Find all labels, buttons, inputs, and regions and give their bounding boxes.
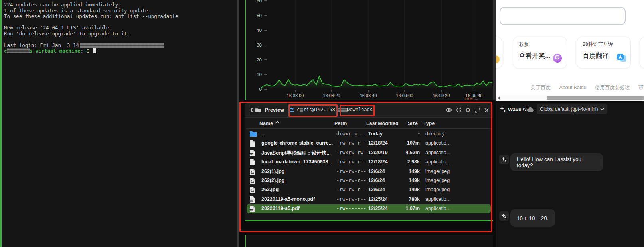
model-selector-value: Global default (gpt-4o-mini) — [540, 106, 598, 112]
expand-button[interactable] — [474, 106, 481, 114]
model-selector-dropdown[interactable]: Global default (gpt-4o-mini) — [537, 104, 607, 114]
file-size: 149k — [398, 178, 420, 183]
file-type: applicatio... — [425, 159, 450, 165]
bottom-block-edge — [245, 235, 493, 247]
y-tick-label: 10 — [257, 72, 262, 77]
baidu-card-partial-right[interactable] — [640, 37, 644, 69]
file-row[interactable]: PDF20220119-a5-mono.pdf-rw-rw-r--12/25/2… — [247, 195, 491, 204]
close-button[interactable] — [483, 106, 490, 114]
baidu-card-lottery[interactable]: 彩票 查看开奖... — [513, 37, 567, 69]
svg-text:PDF: PDF — [250, 209, 254, 211]
file-type: applicatio... — [425, 140, 450, 146]
file-perm: drwxr-x--- — [336, 131, 366, 137]
preview-title[interactable]: Preview — [265, 107, 284, 113]
file-perm: -rw-rw-r-- — [336, 159, 366, 165]
footer-link[interactable]: 使用百度前必读 — [595, 85, 630, 90]
redaction-blur — [7, 48, 30, 53]
redaction-blur — [300, 108, 303, 112]
terminal-block[interactable]: 224 updates can be applied immediately. … — [0, 0, 239, 247]
baidu-search-input[interactable] — [500, 7, 626, 25]
footer-link[interactable]: 帮助中心 — [638, 85, 644, 90]
scroll-left-arrow-icon[interactable] — [498, 96, 500, 100]
file-type: image/jpeg — [425, 187, 450, 192]
yellow-circle-icon — [496, 55, 500, 63]
terminal-line: Run 'do-release-upgrade' to upgrade to i… — [4, 31, 242, 37]
refresh-button[interactable] — [455, 106, 462, 114]
sync-connection-icon[interactable] — [288, 106, 295, 114]
terminal-last-login-line: Last login: Fri Jan 3 14 — [4, 43, 242, 49]
file-row[interactable]: local_markdown_173450638...-rw-rw-r--12/… — [247, 158, 491, 167]
terminal-line: 224 updates can be applied immediately. — [4, 2, 242, 8]
file-size: 4.62m — [398, 150, 420, 155]
footer-link[interactable]: About Baidu — [559, 85, 586, 90]
terminal-line: 1 of these updates is a standard securit… — [4, 8, 242, 14]
file-size: 788k — [398, 196, 420, 202]
file-perm: -rw------- — [336, 206, 366, 211]
chart-scrollbar[interactable] — [493, 0, 496, 100]
pdf-file-icon: PDF — [250, 150, 257, 156]
column-header-name[interactable]: Name — [259, 121, 279, 126]
terminal-cursor — [93, 48, 96, 53]
x-tick-label: 16:08:20 — [323, 93, 340, 98]
file-modified: 12/6/24 — [368, 169, 385, 174]
divider — [246, 128, 491, 129]
scrollbar-thumb[interactable] — [547, 96, 644, 100]
file-type: applicatio... — [425, 150, 450, 155]
baidu-card-partial-left[interactable] — [496, 37, 502, 69]
file-name: local_markdown_173450638... — [261, 159, 332, 165]
doc-file-icon — [250, 159, 257, 165]
file-name: .. — [261, 131, 264, 137]
card-title: 28种语言互译 — [583, 41, 613, 48]
file-type: image/jpeg — [425, 169, 450, 174]
file-perm: -rw-rw-r-- — [336, 140, 366, 146]
pdf-file-icon: PDF — [250, 196, 257, 203]
x-axis-label: time → — [464, 96, 478, 100]
file-row[interactable]: 262(1).jpg-rw-rw-r--12/6/24149kimage/jpe… — [247, 167, 491, 176]
file-perm: -rw-rw-r-- — [336, 169, 366, 174]
file-modified: 12/6/24 — [368, 178, 385, 183]
file-name: JavaScript异步编程：设计快... — [261, 150, 331, 157]
file-row[interactable]: 262.jpg-rw-rw-r--12/6/24149kimage/jpeg — [247, 186, 491, 194]
file-row[interactable]: ..drwxr-x---Today-directory — [247, 130, 491, 139]
file-type: applicatio... — [425, 206, 450, 211]
file-row[interactable]: google-chrome-stable_curre...-rw-rw-r--1… — [247, 139, 491, 148]
file-row[interactable]: 262(2).jpg-rw-rw-r--12/6/24149kimage/jpe… — [247, 176, 491, 185]
back-button[interactable] — [248, 106, 255, 114]
file-row[interactable]: PDFJavaScript异步编程：设计快...-rwxrw-rw-12/20/… — [247, 149, 491, 157]
settings-gear-button[interactable]: ⚙ — [464, 106, 472, 114]
file-perm: -rw-rw-r-- — [336, 196, 366, 202]
block-focus-border — [245, 220, 493, 221]
wave-ai-title: Wave AI — [508, 106, 528, 112]
column-header-modified[interactable]: Last Modified — [366, 121, 399, 126]
view-eye-button[interactable] — [445, 106, 452, 114]
file-size: 149k — [398, 187, 420, 192]
column-header-size[interactable]: Size — [396, 121, 418, 126]
horizontal-scrollbar[interactable] — [496, 95, 644, 101]
ai-message-bubble: Hello! How can I assist you today? — [510, 153, 603, 171]
baidu-footer-links: 关于百度 About Baidu 使用百度前必读 帮助中心 — [496, 84, 644, 91]
x-tick-label: 16:09:20 — [433, 93, 450, 98]
folder-icon — [255, 106, 262, 114]
file-row[interactable]: PDF20220119-a5.pdf-rw-------12/25/241.07… — [247, 204, 491, 213]
file-name: google-chrome-stable_curre... — [261, 140, 333, 146]
sparkles-icon — [499, 106, 506, 113]
baidu-card-translate[interactable]: 28种语言互译 百度翻译 A — [577, 37, 631, 69]
purple-ball-icon — [553, 54, 562, 63]
footer-link[interactable]: 关于百度 — [531, 85, 551, 90]
connection-field[interactable]: cris@192.168. — [297, 107, 348, 112]
cpu-time-chart: 16:08:0016:08:2016:08:4016:09:0016:09:20… — [246, 0, 493, 100]
desktop-screenshot: 224 updates can be applied immediately. … — [0, 0, 644, 247]
card-subtitle: 百度翻译 — [583, 51, 609, 60]
column-gap — [239, 0, 245, 247]
column-header-perm[interactable]: Perm — [334, 121, 347, 126]
file-name: 20220119-a5-mono.pdf — [261, 196, 315, 202]
img-file-icon — [250, 178, 257, 184]
directory-field[interactable]: Downloads — [347, 107, 373, 112]
y-tick-label: 30 — [257, 43, 262, 47]
column-header-type[interactable]: Type — [423, 121, 435, 126]
file-modified: Today — [368, 131, 383, 137]
cloud-icon — [527, 107, 534, 112]
file-type: directory — [425, 131, 444, 137]
file-modified: 12/18/24 — [368, 140, 388, 146]
baidu-translate-icon: A — [617, 54, 626, 63]
